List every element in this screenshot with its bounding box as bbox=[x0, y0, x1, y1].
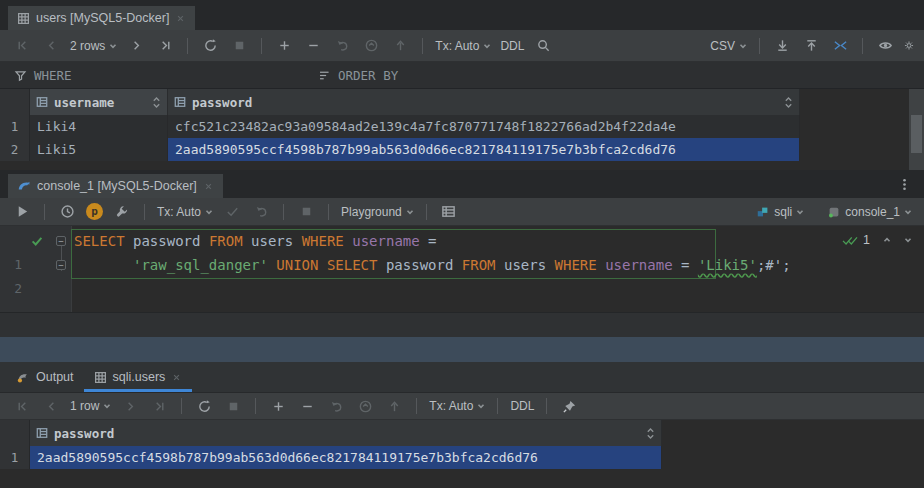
delete-row-button[interactable] bbox=[303, 36, 323, 56]
session-selector[interactable]: console_1 bbox=[827, 205, 912, 219]
stop-button[interactable] bbox=[223, 396, 243, 416]
tab-options-kebab-button[interactable] bbox=[894, 174, 914, 194]
previous-page-button[interactable] bbox=[41, 396, 61, 416]
settings-button[interactable] bbox=[904, 36, 924, 56]
tx-mode-selector[interactable]: Tx: Auto bbox=[157, 205, 213, 219]
order-by-field[interactable]: ORDER BY bbox=[318, 68, 398, 83]
where-filter-field[interactable]: WHERE bbox=[0, 68, 318, 83]
page-size-selector[interactable]: 2 rows bbox=[70, 39, 117, 53]
sort-toggle-icon[interactable] bbox=[152, 96, 161, 109]
page-size-selector[interactable]: 1 row bbox=[70, 399, 111, 413]
column-icon bbox=[36, 96, 48, 108]
reload-data-button[interactable] bbox=[200, 36, 220, 56]
stop-button[interactable] bbox=[229, 36, 249, 56]
import-data-button[interactable] bbox=[801, 36, 821, 56]
column-icon bbox=[174, 96, 186, 108]
last-page-button[interactable] bbox=[149, 396, 169, 416]
cell-password[interactable]: cfc521c23482ac93a09584ad2e139c4a7fc87077… bbox=[168, 115, 800, 138]
sort-toggle-icon[interactable] bbox=[646, 427, 655, 440]
fold-marker-icon[interactable]: − bbox=[56, 236, 66, 246]
chevron-down-icon bbox=[483, 42, 491, 50]
delete-row-button[interactable] bbox=[297, 396, 317, 416]
results-grid-body: 12aad5890595ccf4598b787b99ab563d0d66ec82… bbox=[0, 446, 924, 469]
find-button[interactable] bbox=[533, 36, 553, 56]
redo-button[interactable] bbox=[355, 396, 375, 416]
schema-selector[interactable]: sqli bbox=[756, 205, 804, 219]
rollback-button[interactable] bbox=[251, 202, 271, 222]
close-icon[interactable] bbox=[175, 13, 186, 24]
revert-button[interactable] bbox=[332, 36, 352, 56]
schema-icon bbox=[756, 205, 770, 219]
vertical-scrollbar[interactable] bbox=[909, 89, 924, 170]
first-page-button[interactable] bbox=[12, 396, 32, 416]
column-header-password[interactable]: password bbox=[168, 89, 800, 115]
cell-username[interactable]: Liki5 bbox=[30, 138, 168, 161]
cell-username[interactable]: Liki4 bbox=[30, 115, 168, 138]
tab-users-table[interactable]: users [MySQL5-Docker] bbox=[8, 6, 195, 30]
row-number[interactable]: 1 bbox=[0, 446, 30, 469]
column-header-username[interactable]: username bbox=[30, 89, 168, 115]
table-icon bbox=[94, 371, 107, 384]
where-filter-label: WHERE bbox=[34, 68, 72, 83]
submit-button[interactable] bbox=[390, 36, 410, 56]
tx-mode-selector[interactable]: Tx: Auto bbox=[435, 39, 491, 53]
view-options-button[interactable] bbox=[875, 36, 895, 56]
export-data-button[interactable] bbox=[772, 36, 792, 56]
mysql-dolphin-icon bbox=[17, 179, 31, 193]
sql-editor[interactable]: 1 − SELECT password FROM users WHERE use… bbox=[0, 226, 924, 312]
next-page-button[interactable] bbox=[120, 396, 140, 416]
next-page-button[interactable] bbox=[126, 36, 146, 56]
previous-result-button[interactable] bbox=[883, 236, 891, 244]
order-by-label: ORDER BY bbox=[338, 68, 398, 83]
grid-empty-area bbox=[800, 115, 924, 138]
results-data-grid: password 12aad5890595ccf4598b787b99ab563… bbox=[0, 420, 924, 488]
cell-password[interactable]: 2aad5890595ccf4598b787b99ab563d0d66ec821… bbox=[168, 138, 800, 161]
output-layout-button[interactable] bbox=[439, 202, 459, 222]
cell-password[interactable]: 2aad5890595ccf4598b787b99ab563d0d66ec821… bbox=[30, 446, 662, 469]
code-line[interactable]: 2 − 'raw_sql_danger' UNION SELECT passwo… bbox=[0, 253, 924, 277]
add-row-button[interactable] bbox=[268, 396, 288, 416]
parameters-button[interactable]: p bbox=[86, 203, 103, 220]
row-number[interactable]: 2 bbox=[0, 138, 30, 161]
chevron-down-icon bbox=[406, 208, 414, 216]
column-header-password[interactable]: password bbox=[30, 420, 662, 446]
tab-console[interactable]: console_1 [MySQL5-Docker] bbox=[8, 174, 223, 198]
table-grid-toolbar: 2 rows Tx: Auto DDL CSV bbox=[0, 30, 924, 62]
stop-button[interactable] bbox=[296, 202, 316, 222]
export-format-selector[interactable]: CSV bbox=[710, 39, 747, 53]
settings-wrench-button[interactable] bbox=[112, 202, 132, 222]
statement-success-icon[interactable] bbox=[30, 234, 44, 248]
commit-button[interactable] bbox=[222, 202, 242, 222]
previous-page-button[interactable] bbox=[41, 36, 61, 56]
playground-mode-selector[interactable]: Playground bbox=[341, 205, 414, 219]
table-row: 12aad5890595ccf4598b787b99ab563d0d66ec82… bbox=[0, 446, 924, 469]
ddl-button[interactable]: DDL bbox=[500, 39, 524, 53]
row-number[interactable]: 1 bbox=[0, 115, 30, 138]
tab-result-grid[interactable]: sqli.users bbox=[84, 362, 193, 392]
fold-marker-icon[interactable]: − bbox=[56, 260, 66, 270]
compare-button[interactable] bbox=[830, 36, 850, 56]
code-line[interactable]: 1 − SELECT password FROM users WHERE use… bbox=[0, 229, 924, 253]
output-icon bbox=[16, 370, 30, 384]
close-icon[interactable] bbox=[203, 181, 214, 192]
line-number: 2 bbox=[0, 277, 22, 301]
table-editor-tabbar: users [MySQL5-Docker] bbox=[0, 0, 924, 30]
redo-button[interactable] bbox=[361, 36, 381, 56]
next-result-button[interactable] bbox=[904, 236, 912, 244]
revert-button[interactable] bbox=[326, 396, 346, 416]
ddl-button[interactable]: DDL bbox=[510, 399, 534, 413]
editor-bottom-strip bbox=[0, 312, 924, 337]
tx-mode-selector[interactable]: Tx: Auto bbox=[429, 399, 485, 413]
first-page-button[interactable] bbox=[12, 36, 32, 56]
add-row-button[interactable] bbox=[274, 36, 294, 56]
execute-button[interactable] bbox=[12, 202, 32, 222]
query-history-button[interactable] bbox=[57, 202, 77, 222]
submit-button[interactable] bbox=[384, 396, 404, 416]
tab-output[interactable]: Output bbox=[6, 362, 84, 392]
reload-data-button[interactable] bbox=[194, 396, 214, 416]
sort-toggle-icon[interactable] bbox=[784, 96, 793, 109]
close-icon[interactable] bbox=[171, 372, 182, 383]
last-page-button[interactable] bbox=[155, 36, 175, 56]
pin-tab-button[interactable] bbox=[559, 396, 579, 416]
panel-splitter[interactable] bbox=[0, 337, 924, 362]
